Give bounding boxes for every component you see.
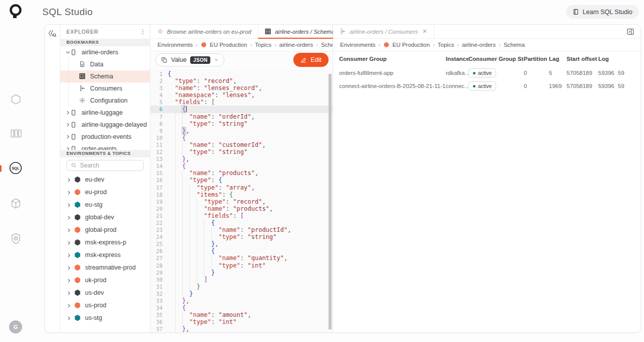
chevron-right-icon[interactable]	[66, 178, 71, 183]
breadcrumb-item[interactable]: Topics	[255, 42, 272, 48]
code-line[interactable]: 35 "name": "amount",	[150, 311, 333, 318]
environment-global-prod[interactable]: global-prod	[60, 224, 150, 236]
lenses-logo-icon[interactable]	[9, 4, 23, 19]
code-line[interactable]: 33 },	[150, 297, 333, 304]
code-line[interactable]: 10 {	[150, 134, 333, 141]
rail-sql-studio-icon[interactable]: SQL	[9, 161, 22, 175]
code-line[interactable]: 13 },	[150, 155, 333, 162]
breadcrumb-item[interactable]: EU Production	[210, 42, 247, 48]
code-line[interactable]: 23 "name": "productId",	[150, 226, 333, 233]
code-line[interactable]: 8 "type": "string"	[150, 120, 333, 127]
user-avatar[interactable]: G	[9, 320, 22, 333]
editor-scrollbar[interactable]	[329, 74, 332, 329]
breadcrumb-item[interactable]: Topics	[438, 42, 454, 48]
code-line[interactable]: 24 "type": "string"	[150, 233, 333, 240]
code-line[interactable]: 5 "fields": [	[150, 99, 333, 106]
bookmark-topic-airline-luggage[interactable]: airline-luggage	[60, 107, 150, 119]
code-line[interactable]: 19 "type": "record",	[150, 198, 333, 205]
chevron-right-icon[interactable]	[66, 291, 71, 296]
code-line[interactable]: 9 },	[150, 127, 333, 134]
collapse-panel-icon[interactable]	[626, 28, 634, 36]
breadcrumb-item[interactable]: Schema	[504, 42, 525, 48]
code-line[interactable]: 29 }	[150, 269, 333, 276]
code-line[interactable]: 7 "name": "orderId",	[150, 113, 333, 120]
bookmark-topic-airline-luggage-delayed[interactable]: airline-luggage-delayed	[60, 119, 150, 131]
chevron-right-icon[interactable]	[66, 253, 71, 258]
code-line[interactable]: 20 "name": "products",	[150, 205, 333, 212]
edit-button[interactable]: Edit	[293, 53, 329, 67]
code-line[interactable]: 3 "name": "lenses_record",	[150, 84, 333, 92]
rail-environments-icon[interactable]	[9, 93, 22, 106]
breadcrumb-item[interactable]: Schema	[321, 42, 333, 48]
learn-sql-studio-button[interactable]: Learn SQL Studio	[566, 5, 639, 19]
bookmark-topic-production-events[interactable]: production-events	[60, 131, 150, 143]
breadcrumb-item[interactable]: Environments	[340, 42, 375, 48]
chevron-right-icon[interactable]	[66, 228, 71, 233]
code-line[interactable]: 17 "type": "array",	[150, 184, 333, 191]
environment-us-dev[interactable]: us-dev	[60, 287, 150, 299]
chevron-right-icon[interactable]	[66, 215, 71, 220]
code-line[interactable]: 1{	[150, 70, 333, 77]
environment-eu-stg[interactable]: eu-stg	[60, 199, 150, 211]
code-line[interactable]: 27 "name": "quantity",	[150, 254, 333, 262]
environment-us-stg[interactable]: us-stg	[60, 312, 150, 324]
rail-streams-icon[interactable]	[9, 127, 22, 140]
code-line[interactable]: 15 "name": "products",	[150, 169, 333, 177]
environment-streamnative-prod[interactable]: streamnative-prod	[60, 262, 150, 274]
code-line[interactable]: 28 "type": "int"	[150, 262, 333, 269]
chevron-right-icon[interactable]	[66, 316, 71, 321]
code-line[interactable]: 2 "type": "record",	[150, 77, 333, 84]
environment-us-prod[interactable]: us-prod	[60, 299, 150, 312]
code-line[interactable]: 18 "items": {	[150, 191, 333, 198]
code-line[interactable]: 21 "fields": [	[150, 212, 333, 219]
tab-airline-orders-consumers[interactable]: airline-orders / Consumers ✕	[333, 25, 434, 38]
table-row[interactable]: connect-airline-orders-B-2025-08-21-11-1…	[339, 79, 640, 93]
breadcrumb-item[interactable]: EU Production	[392, 42, 430, 48]
code-line[interactable]: 16 "type": {	[150, 177, 333, 184]
rail-datasets-icon[interactable]	[9, 197, 22, 210]
tab-browse-airline-orders[interactable]: Browse airline-orders on eu-prod	[150, 25, 258, 38]
code-line[interactable]: 32 }	[150, 290, 333, 297]
chevron-right-icon[interactable]	[66, 266, 71, 271]
explorer-menu-icon[interactable]: ⋮	[139, 28, 147, 36]
search-input[interactable]	[80, 162, 135, 169]
breadcrumb-item[interactable]: Environments	[157, 42, 193, 48]
environment-search[interactable]	[66, 160, 144, 171]
code-line[interactable]: 36 "type": "int"	[150, 318, 333, 325]
environment-eu-prod[interactable]: eu-prod	[60, 186, 150, 199]
environment-msk-express-p[interactable]: msk-express-p	[60, 236, 150, 249]
code-line[interactable]: 12 "type": "string"	[150, 148, 333, 155]
environment-msk-express[interactable]: msk-express	[60, 249, 150, 262]
chevron-right-icon[interactable]	[66, 303, 71, 308]
bookmark-item-schema[interactable]: Schema	[60, 70, 150, 82]
code-line[interactable]: 25 },	[150, 240, 333, 247]
code-line[interactable]: 4 "namespace": "lenses",	[150, 92, 333, 99]
table-row[interactable]: orders-fulfillment-apprdkafka…active0557…	[339, 66, 640, 79]
breadcrumb-item[interactable]: airline-orders	[279, 42, 313, 48]
bookmark-item-consumers[interactable]: Consumers	[60, 82, 150, 95]
close-tab-icon[interactable]: ✕	[423, 28, 427, 35]
chevron-right-icon[interactable]	[66, 240, 71, 245]
code-line[interactable]: 11 "name": "customerId",	[150, 141, 333, 148]
code-line[interactable]: 34 {	[150, 304, 333, 311]
code-line[interactable]: 14 {	[150, 162, 333, 169]
code-line[interactable]: 37 },	[150, 325, 333, 332]
chevron-right-icon[interactable]	[66, 190, 71, 195]
environment-eu-dev[interactable]: eu-dev	[60, 174, 150, 186]
json-code-editor[interactable]: 1{2 "type": "record",3 "name": "lenses_r…	[150, 69, 333, 332]
tab-airline-orders-schema[interactable]: airline-orders / Schema	[258, 25, 342, 38]
environment-uk-prod[interactable]: uk-prod	[60, 274, 150, 287]
chevron-right-icon[interactable]	[66, 278, 71, 283]
collapse-explorer-icon[interactable]	[48, 29, 57, 38]
chevron-right-icon[interactable]	[66, 203, 71, 208]
environment-global-dev[interactable]: global-dev	[60, 211, 150, 224]
rail-security-icon[interactable]	[9, 232, 22, 245]
code-line[interactable]: 31 }	[150, 283, 333, 290]
code-line[interactable]: 26 {	[150, 247, 333, 254]
bookmark-item-data[interactable]: Data	[60, 58, 150, 70]
code-line[interactable]: 6 {	[150, 106, 333, 113]
breadcrumb-item[interactable]: airline-orders	[462, 42, 496, 48]
value-format-selector[interactable]: Value JSON	[155, 53, 224, 66]
bookmark-topic-airline-orders[interactable]: airline-orders	[60, 46, 150, 58]
code-line[interactable]: 22 {	[150, 219, 333, 226]
